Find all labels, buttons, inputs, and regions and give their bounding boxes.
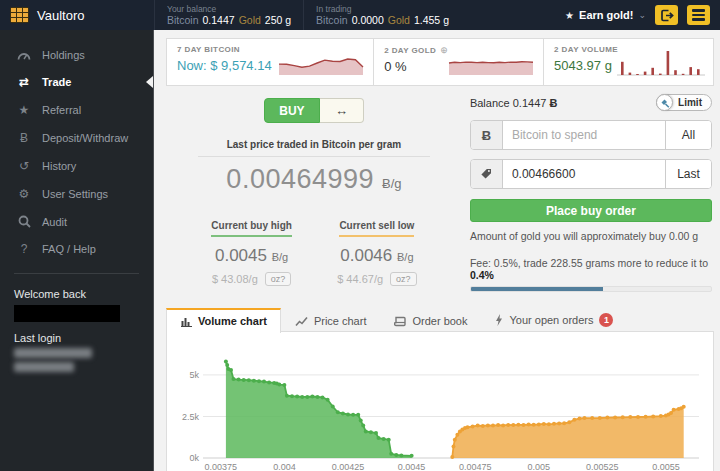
balance-gold-value: 250 g <box>265 14 291 26</box>
logout-button[interactable] <box>655 5 678 25</box>
book-icon <box>394 316 406 327</box>
sidebar-item-label: Holdings <box>42 49 85 61</box>
sidebar: Holdings ⇄ Trade ★ Referral Ƀ Deposit/Wi… <box>0 30 154 471</box>
stat-7day-bitcoin: 7 DAY BITCOIN Now: $ 9,574.14 <box>167 39 373 85</box>
balance-bitcoin-label: Bitcoin <box>167 14 199 26</box>
sidebar-item-label: Trade <box>42 76 71 88</box>
bitcoin-icon: Ƀ <box>549 97 557 109</box>
balance-gold-label: Gold <box>239 14 261 26</box>
tab-label: Volume chart <box>198 315 267 327</box>
balance-value: 0.1447 <box>513 97 547 109</box>
price-input-group: Last <box>470 159 712 189</box>
sidebar-item-audit[interactable]: Audit <box>0 208 153 235</box>
buy-button[interactable]: BUY <box>264 98 320 123</box>
trading-bitcoin-label: Bitcoin <box>316 14 348 26</box>
hamburger-menu-icon <box>692 9 705 21</box>
price-tag-icon <box>471 160 503 188</box>
gavel-icon <box>660 98 670 108</box>
tab-bar: Volume chart Price chart Order book <box>166 306 714 332</box>
sidebar-item-referral[interactable]: ★ Referral <box>0 96 153 124</box>
svg-text:5k: 5k <box>189 370 199 380</box>
depth-chart: 0k2.5k5k0.003750.0040.004250.00450.00475… <box>175 342 705 471</box>
sidebar-item-trade[interactable]: ⇄ Trade <box>0 68 153 96</box>
sidebar-item-user-settings[interactable]: ⚙ User Settings <box>0 180 153 208</box>
svg-text:0.00425: 0.00425 <box>332 462 365 471</box>
bolt-icon <box>495 314 503 326</box>
volume-2day-sparkline <box>617 47 705 77</box>
sidebar-item-faq-help[interactable]: ? FAQ / Help <box>0 235 153 263</box>
sidebar-item-holdings[interactable]: Holdings <box>0 42 153 68</box>
sidebar-item-label: Audit <box>42 216 67 228</box>
last-price-label: Last price traded in Bitcoin per gram <box>198 139 430 157</box>
bitcoin-to-spend-input[interactable] <box>503 121 665 149</box>
trading-gold-label: Gold <box>388 14 410 26</box>
limit-toggle[interactable]: Limit <box>656 94 712 111</box>
exchange-icon: ⇄ <box>16 75 32 89</box>
fee-progress-track <box>470 286 712 292</box>
vaultoro-logo-icon <box>10 7 29 23</box>
sidebar-item-deposit-withdraw[interactable]: Ƀ Deposit/Withdraw <box>0 124 153 152</box>
oz-convert-button[interactable]: oz? <box>390 272 417 286</box>
tab-your-open-orders[interactable]: Your open orders 1 <box>481 307 627 333</box>
star-icon: ★ <box>16 103 32 117</box>
stat-2day-volume: 2 DAY VOLUME 5043.97 g <box>543 39 713 85</box>
btc-7day-sparkline <box>277 47 365 77</box>
last-login-label: Last login <box>14 332 139 344</box>
brand[interactable]: Vaultoro <box>0 7 154 23</box>
all-button[interactable]: All <box>665 121 711 149</box>
fee-text-main: Fee: 0.5%, trade 228.55 grams more to re… <box>470 257 708 269</box>
gauge-icon <box>16 49 32 61</box>
topbar: Vaultoro Your balance Bitcoin 0.1447 Gol… <box>0 0 720 30</box>
svg-text:0.00375: 0.00375 <box>205 462 238 471</box>
last-login-time-redacted <box>14 362 74 372</box>
swap-side-button[interactable]: ↔ <box>320 98 364 123</box>
earn-gold-dropdown[interactable]: ★ Earn gold! ⌄ <box>565 9 646 21</box>
price-unit: Ƀ/g <box>382 176 402 191</box>
last-price-value: 0.00464999 <box>226 164 374 194</box>
chart-tabs-section: Volume chart Price chart Order book <box>166 306 714 471</box>
sidebar-item-history[interactable]: ↺ History <box>0 152 153 180</box>
trading-gold-value: 1.455 g <box>414 14 449 26</box>
magnifier-icon <box>16 215 32 228</box>
limit-label: Limit <box>678 97 702 108</box>
stat-label: 2 DAY VOLUME <box>554 45 618 54</box>
svg-text:0k: 0k <box>189 453 199 463</box>
username-redacted <box>14 305 120 322</box>
sell-low-value: 0.0046 <box>340 246 392 265</box>
logout-icon <box>660 9 674 22</box>
sell-low-usd: $ 44.67/g <box>337 273 383 285</box>
balance-label: Balance <box>470 97 510 109</box>
oz-convert-button[interactable]: oz? <box>265 272 292 286</box>
spend-input-group: Ƀ All <box>470 120 712 150</box>
question-icon: ? <box>16 242 32 256</box>
history-icon: ↺ <box>16 159 32 173</box>
tab-label: Order book <box>412 315 467 327</box>
current-sell-low: Current sell low 0.0046 Ƀ/g $ 44.67/g oz… <box>337 215 416 286</box>
trading-bitcoin-value: 0.0000 <box>352 14 384 26</box>
earn-gold-label: Earn gold! <box>579 9 633 21</box>
approx-gold-text: Amount of gold you will approximately bu… <box>470 230 712 242</box>
current-sell-low-label: Current sell low <box>339 220 414 237</box>
bar-chart-icon <box>180 316 192 327</box>
gold-2day-sparkline <box>447 47 535 77</box>
vaultoro-app: Vaultoro Your balance Bitcoin 0.1447 Gol… <box>0 0 720 471</box>
your-balance-label: Your balance <box>167 4 291 14</box>
stat-label: 2 DAY GOLD <box>384 46 436 55</box>
buy-high-usd: $ 43.08/g <box>212 273 258 285</box>
tab-volume-chart[interactable]: Volume chart <box>166 308 281 333</box>
in-trading-label: In trading <box>316 4 449 14</box>
place-buy-order-button[interactable]: Place buy order <box>470 199 712 222</box>
tab-price-chart[interactable]: Price chart <box>281 309 381 333</box>
svg-text:2.5k: 2.5k <box>182 412 200 422</box>
svg-text:0.004: 0.004 <box>273 462 296 471</box>
sell-low-unit: Ƀ/g <box>397 251 414 263</box>
fee-target-pct: 0.4% <box>470 269 494 281</box>
price-input[interactable] <box>503 160 665 188</box>
last-price-button[interactable]: Last <box>665 160 711 188</box>
stat-2day-gold: 2 DAY GOLD ⊕ 0 % <box>373 39 543 85</box>
tab-order-book[interactable]: Order book <box>380 309 481 333</box>
svg-text:0.00475: 0.00475 <box>459 462 492 471</box>
welcome-block: Welcome back Last login <box>0 284 153 376</box>
svg-text:0.005: 0.005 <box>528 462 551 471</box>
menu-button[interactable] <box>687 5 710 25</box>
